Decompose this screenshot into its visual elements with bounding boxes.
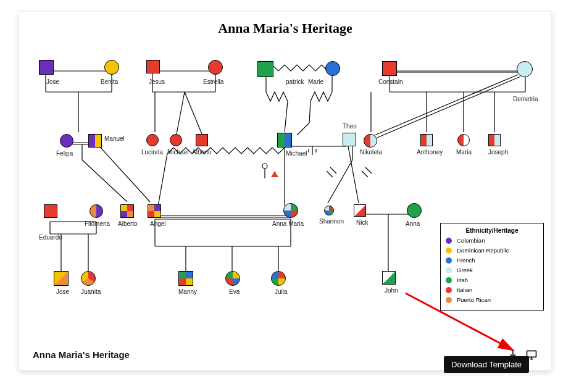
label-marie: Marie xyxy=(308,78,323,85)
label-joseph: Joseph xyxy=(488,149,508,156)
template-card: Anna Maria's Heritage xyxy=(19,11,552,370)
label-nikoleta: Nikoleta xyxy=(360,149,382,156)
label-demetria: Demetria xyxy=(513,96,538,102)
legend-item: Colombian xyxy=(446,237,538,244)
label-juanita: Juanita xyxy=(81,288,101,295)
person-lucinda xyxy=(146,134,159,146)
legend-title: Ethnicity/Heritage xyxy=(446,227,538,234)
person-angel xyxy=(148,204,161,218)
legend-box: Ethnicity/Heritage Colombian Dominican R… xyxy=(440,223,544,311)
label-alberto1: Alberto xyxy=(192,149,212,156)
person-maria xyxy=(457,134,470,146)
person-nikoleta xyxy=(364,134,377,148)
person-patrick xyxy=(257,61,273,77)
person-jesus xyxy=(146,60,160,73)
legend-item: Puerto Rican xyxy=(446,296,538,303)
person-felipa xyxy=(60,134,73,148)
person-shannon xyxy=(324,206,334,215)
svg-point-59 xyxy=(262,164,267,169)
person-demetria xyxy=(517,61,533,77)
label-angel: Angel xyxy=(150,220,166,227)
label-manuel: Manuel xyxy=(104,135,125,142)
label-jose: Jose xyxy=(46,78,59,85)
svg-line-12 xyxy=(185,92,202,134)
label-anthoney: Anthoney xyxy=(417,149,443,156)
person-jose2 xyxy=(54,271,69,286)
svg-line-37 xyxy=(348,146,359,203)
person-jose xyxy=(39,60,54,75)
label-lucinda: Lucinda xyxy=(141,149,163,156)
label-eduardo: Eduardo xyxy=(39,234,62,241)
label-nick: Nick xyxy=(356,219,368,226)
legend-item: Italian xyxy=(446,286,538,293)
label-jose2: Jose xyxy=(56,288,69,295)
label-maria: Maria xyxy=(456,149,472,156)
person-eduardo xyxy=(44,204,57,218)
svg-marker-60 xyxy=(271,171,278,177)
svg-line-38 xyxy=(362,171,368,177)
label-john: John xyxy=(385,287,398,294)
label-annamaria: Anna Maria xyxy=(272,220,304,227)
person-julia xyxy=(271,271,286,286)
label-anna: Anna xyxy=(406,220,420,227)
card-caption: Anna Maria's Heritage xyxy=(33,349,130,360)
person-manny xyxy=(178,271,193,286)
person-alberto2 xyxy=(120,204,134,218)
person-filomena xyxy=(90,204,103,218)
svg-line-36 xyxy=(330,167,336,173)
person-constain xyxy=(382,61,397,76)
person-michael2 xyxy=(277,133,292,148)
person-alberto1 xyxy=(196,134,208,146)
svg-line-39 xyxy=(365,167,372,173)
label-benita: Benita xyxy=(101,78,118,85)
person-anna xyxy=(407,203,422,218)
person-marie xyxy=(325,61,340,76)
svg-line-27 xyxy=(82,160,127,202)
person-anthoney xyxy=(420,134,433,146)
person-manuel xyxy=(88,134,102,148)
person-annamaria xyxy=(283,203,298,218)
label-eva: Eva xyxy=(229,288,240,295)
person-john xyxy=(382,271,396,285)
person-joseph xyxy=(488,134,501,146)
label-patrick: patrick xyxy=(286,78,304,85)
label-estrella: Estrella xyxy=(203,78,223,85)
person-theo xyxy=(343,133,356,146)
download-tooltip: Download Template xyxy=(444,356,529,373)
label-julia: Julia xyxy=(275,288,288,295)
label-manny: Manny xyxy=(178,288,197,295)
svg-line-11 xyxy=(177,92,185,134)
person-juanita xyxy=(81,271,96,286)
svg-line-34 xyxy=(328,160,352,203)
svg-line-35 xyxy=(327,171,333,177)
legend-item: Dominican Republic xyxy=(446,247,538,254)
label-shannon: Shannon xyxy=(319,218,344,225)
person-michael1 xyxy=(170,134,182,146)
legend-item: Irish xyxy=(446,277,538,283)
label-michael2: Michael xyxy=(286,150,307,157)
label-filomena: Filomena xyxy=(85,220,110,227)
legend-item: Greek xyxy=(446,267,538,273)
label-theo: Theo xyxy=(343,123,357,130)
label-alberto2: Alberto xyxy=(118,220,138,227)
label-constain: Constain xyxy=(378,78,402,85)
svg-line-41 xyxy=(377,77,520,138)
legend-item: French xyxy=(446,257,538,264)
label-jesus: Jesus xyxy=(149,78,165,85)
label-felipa: Felipa xyxy=(56,150,73,157)
person-benita xyxy=(104,60,119,75)
person-eva xyxy=(225,271,240,286)
label-michael1: Michael xyxy=(167,149,188,156)
person-nick xyxy=(354,204,366,217)
person-estrella xyxy=(208,60,223,75)
genogram-diagram: Anna Maria's Heritage xyxy=(19,12,551,327)
